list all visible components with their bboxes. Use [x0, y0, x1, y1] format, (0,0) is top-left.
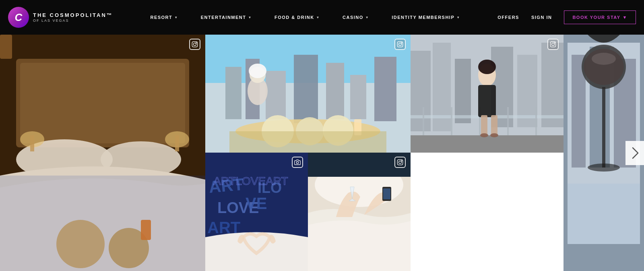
nav-item-food-drink[interactable]: FOOD & DRINK ▼ — [263, 15, 331, 20]
svg-point-90 — [592, 53, 616, 65]
chevron-down-icon: ▼ — [316, 16, 320, 19]
logo-sub-text: of LAS VEGAS — [33, 19, 113, 23]
nav-links: RESORT ▼ ENTERTAINMENT ▼ FOOD & DRINK ▼ … — [113, 15, 498, 20]
signin-link[interactable]: Sign In — [531, 15, 552, 20]
svg-point-17 — [194, 43, 196, 46]
nav-item-casino[interactable]: CASINO ▼ — [331, 15, 380, 20]
gallery-item-balcony — [205, 35, 411, 153]
svg-point-79 — [554, 42, 555, 43]
svg-rect-74 — [491, 115, 497, 135]
instagram-icon[interactable] — [547, 39, 559, 50]
svg-rect-62 — [541, 43, 564, 127]
svg-rect-69 — [411, 135, 564, 153]
gallery-next-button[interactable] — [625, 141, 644, 165]
svg-point-55 — [401, 160, 402, 161]
gallery-image-bed-breakfast — [0, 35, 205, 271]
gallery-bottom-middle: ART LOVE ART ILO VE ARTLOVEART — [205, 153, 411, 271]
instagram-svg — [192, 41, 198, 48]
chevron-right-icon — [631, 147, 639, 159]
instagram-gallery: ART LOVE ART ILO VE ARTLOVEART — [0, 35, 644, 271]
svg-rect-73 — [481, 115, 487, 135]
logo-main-text: THE COSMOPOLITAN™ — [33, 12, 113, 19]
svg-rect-64 — [423, 107, 424, 139]
svg-rect-15 — [0, 176, 205, 271]
svg-rect-36 — [229, 131, 386, 153]
instagram-icon[interactable] — [394, 157, 406, 168]
logo-icon: C — [8, 7, 29, 28]
instagram-svg — [397, 41, 403, 48]
svg-rect-71 — [478, 85, 496, 117]
chevron-down-icon: ▼ — [365, 16, 369, 19]
svg-rect-59 — [455, 59, 471, 123]
svg-rect-25 — [326, 63, 344, 119]
instagram-icon[interactable] — [394, 39, 406, 50]
book-stay-button[interactable]: BOOK YOUR STAY ▼ — [564, 10, 636, 24]
svg-text:VE: VE — [246, 194, 267, 212]
chevron-down-icon: ▼ — [623, 15, 627, 20]
nav-item-entertainment[interactable]: ENTERTAINMENT ▼ — [190, 15, 263, 20]
gallery-middle-column: ART LOVE ART ILO VE ARTLOVEART — [205, 35, 411, 271]
instagram-svg — [397, 159, 403, 165]
svg-rect-27 — [374, 57, 396, 121]
svg-point-54 — [399, 161, 402, 164]
svg-point-72 — [478, 60, 496, 74]
svg-rect-67 — [507, 107, 509, 139]
svg-point-38 — [399, 43, 402, 46]
svg-rect-23 — [266, 71, 286, 119]
svg-text:ARTLOVEART: ARTLOVEART — [213, 175, 288, 187]
svg-point-88 — [588, 163, 620, 172]
gallery-item-bed-champagne — [308, 153, 411, 271]
navigation-bar: C THE COSMOPOLITAN™ of LAS VEGAS RESORT … — [0, 0, 644, 35]
svg-rect-52 — [383, 188, 390, 199]
logo[interactable]: C THE COSMOPOLITAN™ of LAS VEGAS — [8, 7, 113, 28]
chevron-down-icon: ▼ — [174, 16, 178, 19]
gallery-right-column — [411, 35, 564, 271]
svg-point-18 — [196, 42, 197, 43]
nav-right-area: Offers Sign In BOOK YOUR STAY ▼ — [497, 10, 636, 24]
chevron-down-icon: ▼ — [248, 16, 252, 19]
gallery-item-window-lamp — [564, 35, 644, 271]
svg-point-76 — [490, 133, 498, 137]
gallery-item-woman-terrace — [411, 35, 564, 153]
svg-rect-65 — [451, 107, 452, 139]
svg-rect-87 — [602, 87, 605, 168]
svg-point-39 — [401, 42, 402, 43]
instagram-icon[interactable] — [189, 39, 200, 50]
svg-rect-24 — [294, 55, 318, 123]
nav-item-identity[interactable]: IDENTITY MEMBERSHIP ▼ — [380, 15, 471, 20]
gallery-item-bed-breakfast — [0, 35, 205, 271]
svg-point-78 — [552, 43, 555, 46]
camera-icon[interactable] — [292, 157, 303, 168]
svg-rect-68 — [535, 107, 537, 139]
svg-rect-26 — [350, 75, 366, 119]
svg-rect-57 — [411, 51, 431, 131]
svg-point-47 — [296, 161, 298, 163]
chevron-down-icon: ▼ — [456, 16, 460, 19]
camera-svg — [294, 159, 301, 165]
nav-item-resort[interactable]: RESORT ▼ — [139, 15, 189, 20]
svg-point-75 — [480, 133, 488, 137]
svg-rect-21 — [225, 67, 242, 119]
gallery-item-art-wall: ART LOVE ART ILO VE ARTLOVEART — [205, 153, 308, 271]
gallery-grid: ART LOVE ART ILO VE ARTLOVEART — [0, 35, 644, 271]
instagram-svg — [550, 41, 556, 48]
offers-link[interactable]: Offers — [497, 15, 519, 20]
logo-text-area: THE COSMOPOLITAN™ of LAS VEGAS — [33, 12, 113, 23]
svg-point-35 — [249, 64, 266, 78]
